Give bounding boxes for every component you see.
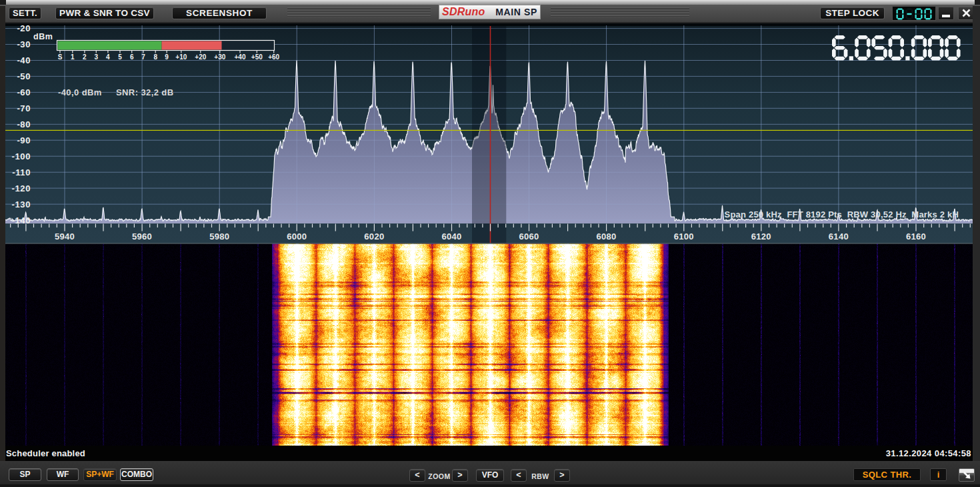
svg-text:-30: -30 <box>17 39 31 49</box>
svg-text:-70: -70 <box>17 103 31 113</box>
svg-text:-110: -110 <box>12 167 31 177</box>
svg-text:-20: -20 <box>17 23 31 33</box>
svg-text:4: 4 <box>106 53 110 61</box>
svg-text:+60: +60 <box>268 53 279 61</box>
svg-text:+40: +40 <box>235 53 246 61</box>
svg-text:6020: 6020 <box>364 231 384 241</box>
svg-text:-40: -40 <box>17 55 31 65</box>
svg-text:6160: 6160 <box>906 231 926 241</box>
svg-text:+10: +10 <box>175 53 187 61</box>
svg-text:5980: 5980 <box>209 231 229 241</box>
svg-text:-50: -50 <box>17 71 31 81</box>
svg-text:S: S <box>58 53 63 61</box>
svg-text:2: 2 <box>83 53 87 61</box>
svg-text:-60: -60 <box>17 87 31 97</box>
svg-text:6140: 6140 <box>829 231 849 241</box>
svg-text:9: 9 <box>165 53 169 61</box>
svg-text:-40,0 dBm: -40,0 dBm <box>58 87 102 97</box>
svg-text:-90: -90 <box>17 135 31 145</box>
svg-text:Span 250 kHz FFT 8192 Pts RB: Span 250 kHz FFT 8192 Pts RBW 30,52 Hz M… <box>725 209 959 219</box>
svg-text:6000: 6000 <box>287 231 307 241</box>
svg-text:+20: +20 <box>195 53 206 61</box>
svg-text:1: 1 <box>71 53 75 61</box>
svg-text:SNR: 32,2 dB: SNR: 32,2 dB <box>116 87 173 97</box>
svg-text:-130: -130 <box>12 199 31 209</box>
svg-text:6: 6 <box>130 53 134 61</box>
svg-text:3: 3 <box>95 53 99 61</box>
svg-text:6060: 6060 <box>519 231 539 241</box>
svg-text:-140: -140 <box>12 215 31 225</box>
svg-text:6040: 6040 <box>441 231 461 241</box>
svg-text:6080: 6080 <box>597 231 617 241</box>
svg-text:+30: +30 <box>214 53 225 61</box>
svg-text:-120: -120 <box>12 183 31 193</box>
svg-text:dBm: dBm <box>33 32 53 41</box>
svg-text:8: 8 <box>153 53 157 61</box>
svg-text:6120: 6120 <box>751 231 771 241</box>
svg-text:6100: 6100 <box>674 231 694 241</box>
svg-text:-80: -80 <box>17 119 31 129</box>
svg-text:-100: -100 <box>12 151 31 161</box>
svg-text:+50: +50 <box>251 53 263 61</box>
svg-text:7: 7 <box>141 53 145 61</box>
svg-text:5960: 5960 <box>132 231 152 241</box>
svg-text:5: 5 <box>118 53 122 61</box>
svg-text:5940: 5940 <box>55 231 75 241</box>
